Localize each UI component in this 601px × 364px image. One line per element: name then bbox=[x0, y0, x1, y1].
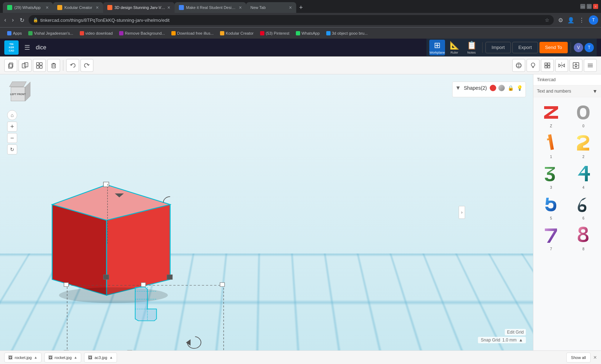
shape-item-3[interactable]: 3 bbox=[536, 162, 566, 191]
reload-button[interactable]: ↻ bbox=[18, 15, 26, 25]
bookmark-video[interactable]: video download bbox=[77, 30, 116, 36]
bookmark-whatsapp[interactable]: WhatsApp bbox=[293, 30, 323, 36]
bookmark-vishal-label: Vishal Jegadeesan's... bbox=[34, 31, 73, 35]
duplicate-button[interactable] bbox=[19, 59, 31, 72]
user-profile-button[interactable]: T bbox=[585, 43, 594, 52]
panel-category-title: Text and numbers bbox=[537, 89, 571, 94]
new-tab-button[interactable]: + bbox=[296, 3, 306, 13]
bookmark-3d-object[interactable]: 3d object gooo bru... bbox=[323, 30, 371, 36]
snap-grid-control[interactable]: Snap Grid 1.0 mm ▲ bbox=[478, 337, 526, 343]
shape-item-0[interactable]: 0 bbox=[569, 100, 598, 129]
undo-button[interactable] bbox=[66, 59, 79, 72]
redo-button[interactable] bbox=[80, 59, 93, 72]
bookmark-vishal[interactable]: Vishal Jegadeesan's... bbox=[25, 30, 76, 36]
shape-item-8[interactable]: 8 bbox=[569, 223, 598, 252]
minimize-button[interactable]: — bbox=[580, 4, 585, 9]
profile-avatar[interactable]: T bbox=[589, 15, 598, 25]
tab-close-tinkercad[interactable]: × bbox=[167, 5, 170, 10]
user-avatar[interactable]: V bbox=[574, 43, 583, 52]
tinkercad-logo[interactable]: TINKERCAD bbox=[4, 40, 19, 55]
ruler-tab-button[interactable]: 📐 Ruler bbox=[446, 40, 462, 55]
ruler-icon: 📐 bbox=[450, 41, 459, 50]
edit-grid-button[interactable]: Edit Grid bbox=[505, 329, 526, 335]
home-view-button[interactable]: ⌂ bbox=[7, 110, 17, 120]
download-chevron-2[interactable]: ▲ bbox=[74, 355, 77, 359]
shape-item-2[interactable]: 2 bbox=[569, 131, 598, 160]
export-button[interactable]: Export bbox=[512, 42, 538, 53]
lightbulb-button[interactable] bbox=[527, 59, 539, 72]
shapes-toggle-button[interactable]: ▼ bbox=[455, 85, 461, 91]
align-button[interactable] bbox=[541, 59, 554, 72]
project-title[interactable]: dice bbox=[36, 44, 46, 51]
download-item-3[interactable]: 🖼 ac3.jpg ▲ bbox=[84, 353, 117, 363]
shape-6-label: 6 bbox=[582, 216, 585, 220]
shape-item-5[interactable]: 5 bbox=[536, 192, 566, 222]
send-to-button[interactable]: Send To bbox=[539, 42, 568, 53]
svg-rect-20 bbox=[548, 66, 550, 68]
close-window-button[interactable]: × bbox=[593, 4, 598, 9]
shape-lock-icon[interactable]: 🔒 bbox=[508, 85, 514, 91]
mirror-button[interactable] bbox=[555, 59, 568, 72]
view-cube[interactable]: LEFT FRONT bbox=[7, 82, 32, 107]
shape-item-4[interactable]: 4 bbox=[569, 162, 598, 191]
download-item-1[interactable]: 🖼 rocket.jpg ▲ bbox=[4, 353, 41, 363]
tab-title-makeitreal: Make it Real Student Design Cha... bbox=[186, 5, 237, 10]
maximize-button[interactable]: □ bbox=[587, 4, 592, 9]
shape-item-z[interactable]: Z bbox=[536, 100, 566, 129]
snap-grid-label: Snap Grid bbox=[481, 338, 500, 343]
bookmark-star-icon[interactable]: ☆ bbox=[545, 17, 549, 23]
hamburger-menu-button[interactable]: ☰ bbox=[23, 42, 31, 53]
tab-tinkercad[interactable]: 3D design Stunning Jarv-Vihelmo... × bbox=[103, 2, 175, 13]
tab-close-kodular[interactable]: × bbox=[96, 5, 99, 10]
3d-viewport[interactable]: LEFT FRONT ⌂ + − ↻ ▼ Shapes(2) bbox=[0, 74, 533, 350]
download-chevron-3[interactable]: ▲ bbox=[109, 355, 113, 359]
tab-title-whatsapp: (29) WhatsApp bbox=[14, 5, 44, 10]
shape-item-1[interactable]: 1 bbox=[536, 131, 566, 160]
group-button[interactable] bbox=[33, 59, 46, 72]
panel-dropdown-icon[interactable]: ▼ bbox=[592, 88, 597, 94]
tab-close-makeitreal[interactable]: × bbox=[239, 5, 242, 10]
bookmark-download-illus[interactable]: Download free illus... bbox=[168, 30, 216, 36]
shape-item-7[interactable]: 7 bbox=[536, 223, 566, 252]
lines-button[interactable] bbox=[584, 59, 597, 72]
tab-newtab[interactable]: New Tab × bbox=[246, 2, 296, 13]
bookmark-pinterest[interactable]: (53) Pinterest bbox=[257, 30, 292, 36]
back-button[interactable]: ‹ bbox=[3, 15, 8, 25]
notes-tab-button[interactable]: 📋 Notes bbox=[464, 40, 479, 55]
shape-item-6[interactable]: 6 bbox=[569, 192, 598, 222]
tab-close-whatsapp[interactable]: × bbox=[46, 5, 49, 10]
rotate-view-button[interactable]: ↻ bbox=[7, 144, 17, 154]
svg-marker-36 bbox=[52, 185, 170, 220]
bookmark-kodular[interactable]: Kodular Creator bbox=[217, 30, 256, 36]
bookmark-apps[interactable]: Apps bbox=[4, 30, 25, 36]
copy-button[interactable] bbox=[4, 59, 17, 72]
tab-whatsapp[interactable]: (29) WhatsApp × bbox=[3, 2, 53, 13]
address-bar[interactable]: 🔒 tinkercad.com/things/8TPqTonEkKQ-stunn… bbox=[29, 15, 554, 25]
workplane-tab-button[interactable]: ⊞ Workplane bbox=[429, 40, 445, 55]
delete-button[interactable] bbox=[47, 59, 60, 72]
show-all-button[interactable]: Show all bbox=[566, 353, 591, 363]
bookmark-pinterest-label: (53) Pinterest bbox=[266, 31, 289, 35]
extensions-icon[interactable]: ⚙ bbox=[557, 15, 565, 25]
zoom-in-button[interactable]: + bbox=[7, 122, 17, 132]
shape-light-icon[interactable]: 💡 bbox=[517, 85, 523, 91]
import-button[interactable]: Import bbox=[485, 42, 511, 53]
more-options-icon[interactable]: ⋮ bbox=[577, 15, 586, 25]
view3d-button[interactable] bbox=[512, 59, 525, 72]
close-download-bar-button[interactable]: × bbox=[593, 354, 597, 361]
shape-red-circle[interactable] bbox=[490, 85, 496, 91]
profile-icon[interactable]: 👤 bbox=[566, 15, 576, 25]
grid-align-button[interactable] bbox=[570, 59, 582, 72]
collapse-panel-button[interactable]: › bbox=[459, 206, 465, 219]
svg-rect-5 bbox=[40, 63, 42, 65]
bookmark-remove-bg[interactable]: Remove Background... bbox=[116, 30, 168, 36]
forward-button[interactable]: › bbox=[10, 15, 15, 25]
shape-gray-circle[interactable] bbox=[498, 85, 505, 91]
tab-close-newtab[interactable]: × bbox=[289, 5, 292, 10]
zoom-out-button[interactable]: − bbox=[7, 133, 17, 143]
tab-makeitreal[interactable]: Make it Real Student Design Cha... × bbox=[175, 2, 246, 13]
download-chevron-1[interactable]: ▲ bbox=[34, 355, 38, 359]
tab-kodular[interactable]: Kodular Creator × bbox=[53, 2, 103, 13]
download-item-2[interactable]: 🖼 rocket.jpg ▲ bbox=[44, 353, 82, 363]
header-divider-2 bbox=[571, 42, 571, 53]
